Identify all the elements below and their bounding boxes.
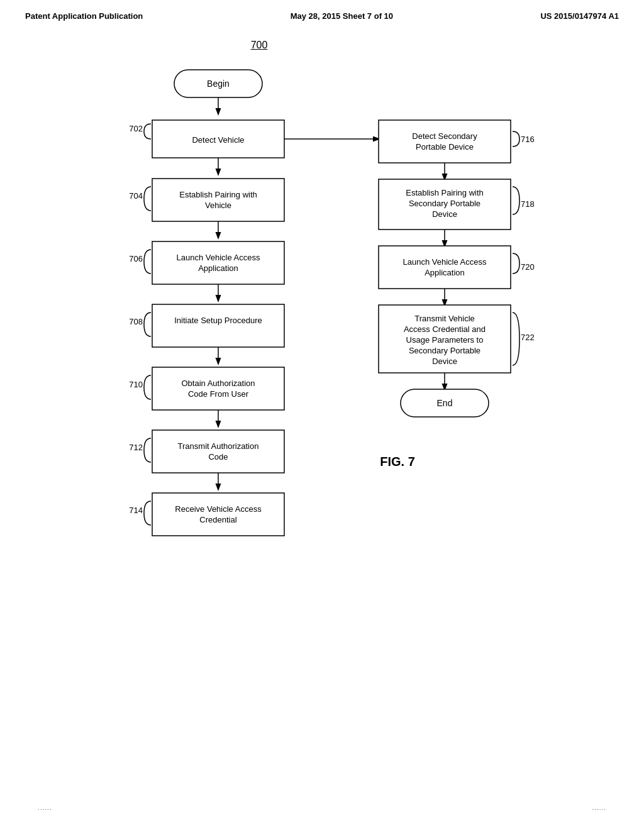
fig-label: FIG. 7 bbox=[380, 455, 415, 468]
svg-text:Secondary Portable: Secondary Portable bbox=[409, 199, 480, 208]
svg-text:Obtain Authorization: Obtain Authorization bbox=[181, 379, 255, 388]
diagram-label: 700 bbox=[0, 40, 606, 51]
svg-text:714: 714 bbox=[129, 506, 143, 515]
svg-text:Code From User: Code From User bbox=[188, 389, 249, 399]
svg-text:706: 706 bbox=[129, 254, 143, 263]
node-704: 704 Establish Pairing with Vehicle bbox=[129, 179, 284, 221]
node-720: Launch Vehicle Access Application 720 bbox=[379, 246, 535, 289]
header-middle: May 28, 2015 Sheet 7 of 10 bbox=[291, 11, 393, 21]
node-begin: Begin bbox=[174, 70, 262, 97]
header-left: Patent Application Publication bbox=[25, 11, 143, 21]
svg-text:Launch Vehicle Access: Launch Vehicle Access bbox=[177, 253, 260, 262]
svg-text:708: 708 bbox=[129, 317, 143, 326]
svg-text:Portable Device: Portable Device bbox=[416, 142, 474, 152]
svg-text:Initiate Setup Procedure: Initiate Setup Procedure bbox=[174, 316, 262, 325]
svg-rect-36 bbox=[379, 120, 511, 163]
svg-text:Launch Vehicle Access: Launch Vehicle Access bbox=[403, 257, 487, 267]
flowchart-svg: Begin 702 Detect Vehicle 704 Establish P… bbox=[77, 64, 567, 743]
svg-text:Device: Device bbox=[432, 209, 457, 219]
svg-rect-8 bbox=[152, 179, 284, 221]
node-714: 714 Receive Vehicle Access Credential bbox=[129, 493, 284, 536]
svg-text:Application: Application bbox=[425, 268, 465, 277]
svg-text:Establish Pairing with: Establish Pairing with bbox=[179, 190, 257, 199]
svg-text:716: 716 bbox=[521, 135, 535, 144]
svg-text:Transmit Vehicle: Transmit Vehicle bbox=[414, 314, 475, 323]
node-end: End bbox=[401, 389, 489, 417]
svg-text:722: 722 bbox=[521, 333, 535, 342]
svg-text:Device: Device bbox=[432, 357, 457, 366]
node-712: 712 Transmit Authorization Code bbox=[129, 430, 284, 473]
svg-text:Receive Vehicle Access: Receive Vehicle Access bbox=[175, 504, 262, 514]
svg-rect-22 bbox=[152, 367, 284, 410]
node-722: Transmit Vehicle Access Credential and U… bbox=[379, 305, 535, 373]
svg-text:End: End bbox=[437, 398, 453, 408]
diagram-container: 700 Begin 702 Detect Vehicle 704 Establi… bbox=[0, 27, 644, 755]
svg-text:Usage Parameters to: Usage Parameters to bbox=[406, 335, 484, 345]
page-header: Patent Application Publication May 28, 2… bbox=[0, 0, 644, 21]
svg-text:Credential: Credential bbox=[199, 515, 236, 524]
svg-text:720: 720 bbox=[521, 262, 535, 272]
svg-text:704: 704 bbox=[129, 191, 143, 201]
page-mark-left: ...... bbox=[38, 804, 52, 811]
svg-rect-32 bbox=[152, 493, 284, 536]
svg-text:Secondary Portable: Secondary Portable bbox=[409, 346, 480, 355]
svg-rect-47 bbox=[379, 246, 511, 289]
node-702: 702 Detect Vehicle bbox=[129, 120, 284, 158]
svg-text:Detect Vehicle: Detect Vehicle bbox=[192, 135, 244, 145]
node-716: Detect Secondary Portable Device 716 bbox=[379, 120, 535, 163]
svg-text:Transmit Authorization: Transmit Authorization bbox=[178, 441, 259, 451]
node-718: Establish Pairing with Secondary Portabl… bbox=[379, 179, 535, 230]
svg-text:702: 702 bbox=[129, 124, 143, 133]
page-mark-right: ...... bbox=[592, 804, 606, 811]
svg-text:Detect Secondary: Detect Secondary bbox=[412, 131, 477, 141]
svg-rect-13 bbox=[152, 241, 284, 284]
svg-text:Application: Application bbox=[198, 263, 238, 273]
node-710: 710 Obtain Authorization Code From User bbox=[129, 367, 284, 410]
svg-text:710: 710 bbox=[129, 380, 143, 389]
svg-text:Vehicle: Vehicle bbox=[205, 201, 231, 210]
svg-text:Code: Code bbox=[208, 452, 228, 462]
svg-text:Establish Pairing with: Establish Pairing with bbox=[406, 188, 484, 197]
node-708: 708 Initiate Setup Procedure bbox=[129, 304, 284, 347]
svg-text:718: 718 bbox=[521, 199, 535, 209]
svg-rect-18 bbox=[152, 304, 284, 347]
header-right: US 2015/0147974 A1 bbox=[540, 11, 619, 21]
node-706: 706 Launch Vehicle Access Application bbox=[129, 241, 284, 284]
svg-text:712: 712 bbox=[129, 443, 143, 452]
svg-rect-27 bbox=[152, 430, 284, 473]
svg-text:Access Credential and: Access Credential and bbox=[404, 324, 486, 334]
svg-text:Begin: Begin bbox=[207, 79, 230, 89]
